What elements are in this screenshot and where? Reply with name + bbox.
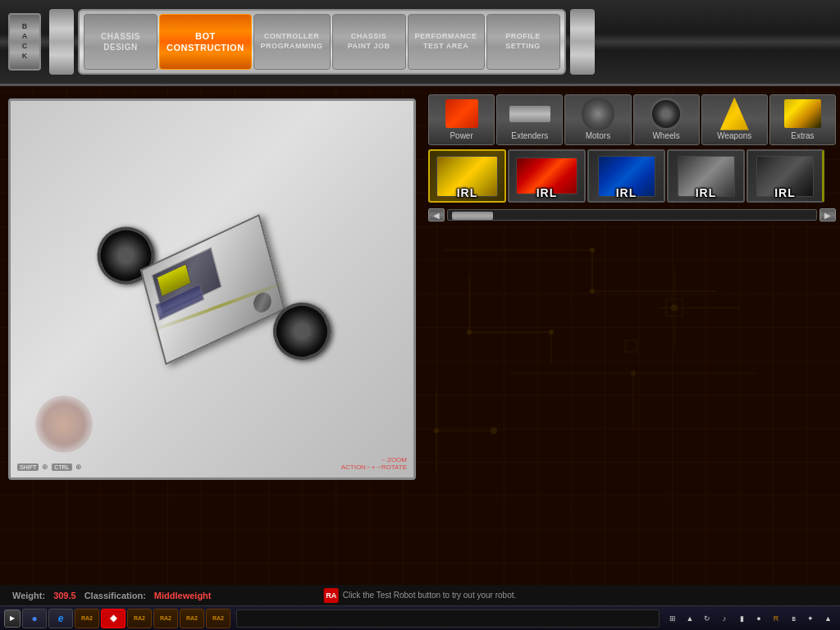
circuit-decoration	[428, 226, 836, 581]
shift-key-label: SHIFT	[17, 463, 39, 471]
detail-area	[428, 226, 836, 581]
nav-tabs-container: CHASSIS DESIGN BOT CONSTRUCTION CONTROLL…	[78, 9, 566, 75]
svg-point-16	[631, 371, 636, 376]
extras-icon	[784, 99, 821, 128]
item-2-label: IRL	[536, 186, 558, 199]
svg-point-4	[590, 289, 595, 294]
classification-label: Classification:	[84, 591, 146, 600]
back-button[interactable]: BACK	[8, 13, 41, 71]
tab-controller-programming[interactable]: CONTROLLER PROGRAMMING	[253, 14, 331, 70]
svg-point-8	[467, 330, 472, 335]
items-scroll-bar: ◀ ▶	[428, 208, 836, 221]
taskbar-chrome-tray-icon[interactable]: ●	[751, 611, 766, 626]
viewport-zoom-hint: ←ZOOM ACTION←▪→ROTATE	[341, 456, 407, 471]
taskbar-app-ra2-2[interactable]: RA2	[127, 609, 152, 628]
status-bar: Weight: 309.5 Classification: Middleweig…	[0, 585, 840, 605]
component-item-3[interactable]: IRL	[587, 149, 665, 203]
taskbar-app-roblox[interactable]: ◆	[101, 609, 126, 628]
taskbar-ra2-tray-icon[interactable]: R	[769, 611, 783, 626]
svg-point-12	[671, 304, 678, 311]
taskbar-app-ra2-3[interactable]: RA2	[153, 609, 178, 628]
category-extenders[interactable]: Extenders	[496, 94, 563, 145]
category-motors[interactable]: Motors	[564, 94, 631, 145]
svg-point-3	[590, 248, 595, 253]
taskbar-network-icon[interactable]: ⊞	[665, 611, 680, 626]
taskbar-battery-icon[interactable]: ▮	[734, 611, 749, 626]
hint-text: Click the Test Robot button to try out y…	[343, 591, 517, 600]
taskbar-time: ▲	[820, 614, 836, 623]
taskbar-search[interactable]	[236, 609, 660, 628]
category-power[interactable]: Power	[428, 94, 495, 145]
pipe-decoration-left	[49, 9, 74, 75]
tab-bot-construction[interactable]: BOT CONSTRUCTION	[159, 14, 252, 70]
motor-icon	[582, 98, 614, 130]
taskbar-bluetooth-icon[interactable]: ʙ	[786, 611, 801, 626]
taskbar-app-ra2-1[interactable]: RA2	[75, 609, 99, 628]
tab-chassis-paint-job[interactable]: CHASSIS PAINT JOB	[332, 14, 406, 70]
viewport-controls-hint: SHIFT ⊕ CTRL ⊕	[17, 463, 82, 471]
extender-icon	[509, 106, 550, 122]
scroll-left-arrow[interactable]: ◀	[428, 208, 445, 221]
category-tabs: Power Extenders Motors Wheels	[428, 94, 836, 145]
taskbar-app-ra2-5[interactable]: RA2	[206, 609, 231, 628]
svg-point-21	[491, 427, 497, 434]
status-hint: RA Click the Test Robot button to try ou…	[324, 588, 517, 603]
taskbar-sound-icon[interactable]: ♪	[717, 611, 732, 626]
taskbar: ▶ ● e RA2 ◆ RA2 RA2 RA2 RA2 ⊞ ▲ ↻ ♪ ▮ ● …	[0, 605, 840, 630]
svg-point-20	[434, 428, 439, 433]
taskbar-wifi-icon[interactable]: ▲	[682, 611, 697, 626]
taskbar-app-chrome[interactable]: ●	[22, 609, 47, 628]
weight-label: Weight:	[12, 591, 45, 600]
tab-chassis-design[interactable]: CHASSIS DESIGN	[84, 14, 158, 70]
taskbar-sync-icon[interactable]: ↻	[700, 611, 714, 626]
component-items-row: IRL IRL IRL IRL IRL	[428, 149, 836, 203]
taskbar-app-ra2-4[interactable]: RA2	[180, 609, 204, 628]
taskbar-app-ie[interactable]: e	[48, 609, 73, 628]
weapon-icon	[720, 98, 749, 130]
robot-viewport[interactable]: SHIFT ⊕ CTRL ⊕ ←ZOOM ACTION←▪→ROTATE	[8, 98, 416, 480]
taskbar-antivirus-icon[interactable]: ✦	[803, 611, 818, 626]
item-5-label: IRL	[774, 186, 796, 199]
right-panel: Power Extenders Motors Wheels	[424, 90, 840, 585]
category-extras[interactable]: Extras	[769, 94, 836, 145]
classification-value: Middleweight	[154, 591, 212, 600]
tab-profile-setting[interactable]: PROFILE SETTING	[486, 14, 560, 70]
category-wheels[interactable]: Wheels	[633, 94, 700, 145]
svg-rect-17	[625, 340, 637, 352]
item-3-label: IRL	[616, 186, 637, 199]
viewport-inner	[11, 101, 413, 477]
robot-3d-model	[65, 142, 359, 436]
taskbar-start-button[interactable]: ▶	[4, 609, 21, 628]
power-icon	[445, 99, 478, 128]
tab-performance-test-area[interactable]: PERFORMANCE TEST AREA	[408, 14, 485, 70]
scroll-right-arrow[interactable]: ▶	[819, 208, 836, 221]
component-item-1[interactable]: IRL	[428, 149, 506, 203]
taskbar-right-icons: ⊞ ▲ ↻ ♪ ▮ ● R ʙ ✦ ▲	[665, 611, 836, 626]
viewport-overlay	[35, 395, 93, 453]
item-4-label: IRL	[696, 186, 717, 199]
ctrl-key-label: CTRL	[52, 463, 71, 471]
component-item-5[interactable]: IRL	[746, 149, 824, 203]
scroll-track[interactable]	[447, 209, 817, 221]
weight-value: 309.5	[53, 591, 76, 600]
svg-point-9	[549, 330, 554, 335]
pipe-decoration-right	[570, 9, 595, 75]
top-navigation-bar: BACK CHASSIS DESIGN BOT CONSTRUCTION CON…	[0, 0, 840, 86]
component-item-4[interactable]: IRL	[667, 149, 745, 203]
component-item-2[interactable]: IRL	[508, 149, 586, 203]
scroll-thumb[interactable]	[452, 212, 493, 220]
category-weapons[interactable]: Weapons	[701, 94, 768, 145]
item-1-label: IRL	[457, 186, 478, 199]
main-content: SHIFT ⊕ CTRL ⊕ ←ZOOM ACTION←▪→ROTATE Pow…	[0, 90, 840, 585]
wheel-icon	[650, 98, 682, 130]
hint-icon: RA	[324, 588, 339, 603]
